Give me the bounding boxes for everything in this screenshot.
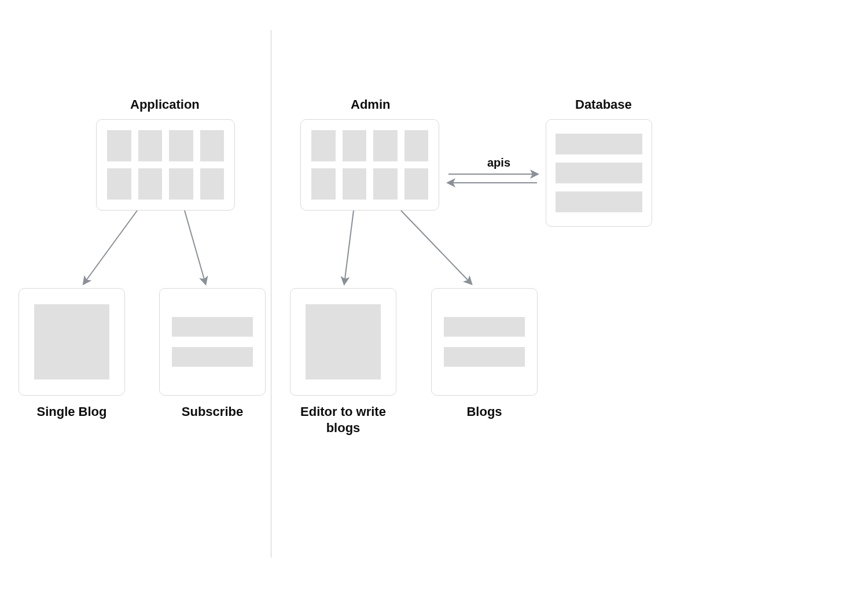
placeholder-tile [169, 130, 193, 161]
placeholder-tile [200, 130, 225, 161]
subscribe-wireframe [159, 288, 266, 396]
placeholder-row [556, 191, 642, 212]
database-wireframe [546, 119, 652, 227]
placeholder-tile [311, 130, 336, 161]
placeholder-image [34, 304, 109, 379]
placeholder-tile [107, 168, 131, 200]
editor-wireframe [290, 288, 396, 396]
blogs-label: Blogs [426, 404, 542, 420]
application-title: Application [130, 97, 200, 112]
placeholder-row [172, 347, 253, 367]
placeholder-row [444, 317, 525, 337]
application-wireframe [96, 119, 235, 211]
blogs-wireframe [431, 288, 538, 396]
database-title: Database [575, 97, 632, 112]
architecture-diagram: Application Admin Database apis Single B… [0, 0, 868, 601]
placeholder-tile [343, 168, 367, 200]
placeholder-tile [107, 130, 131, 161]
placeholder-tile [404, 168, 429, 200]
single-blog-wireframe [19, 288, 125, 396]
arrow-admin-to-blogs [401, 211, 471, 283]
single-blog-label: Single Blog [14, 404, 130, 420]
placeholder-tile [169, 168, 193, 200]
placeholder-tile [373, 168, 398, 200]
arrow-admin-to-editor [344, 211, 354, 283]
placeholder-row [444, 347, 525, 367]
editor-label: Editor to write blogs [285, 404, 401, 436]
placeholder-tile [404, 130, 429, 161]
arrow-app-to-subscribe [185, 211, 205, 283]
apis-connector-label: apis [487, 156, 510, 169]
placeholder-row [556, 134, 642, 154]
arrow-app-to-single-blog [84, 211, 137, 283]
placeholder-tile [138, 168, 163, 200]
placeholder-tile [311, 168, 336, 200]
admin-wireframe [300, 119, 439, 211]
placeholder-tile [200, 168, 225, 200]
section-divider [271, 30, 271, 558]
placeholder-tile [373, 130, 398, 161]
subscribe-label: Subscribe [155, 404, 270, 420]
placeholder-row [172, 317, 253, 337]
placeholder-row [556, 163, 642, 183]
admin-title: Admin [351, 97, 390, 112]
placeholder-tile [343, 130, 367, 161]
placeholder-image [306, 304, 381, 379]
placeholder-tile [138, 130, 163, 161]
